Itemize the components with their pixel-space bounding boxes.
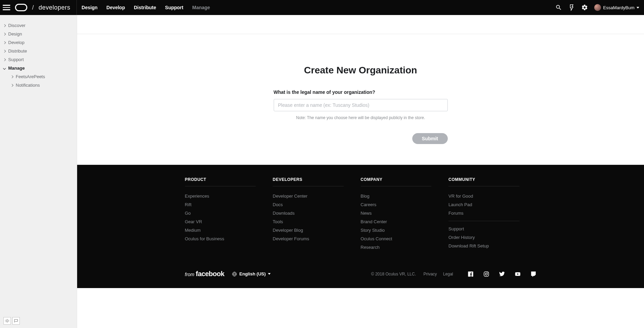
sidebar-item-develop[interactable]: Develop	[0, 38, 77, 47]
svg-point-3	[485, 273, 487, 275]
globe-icon	[232, 271, 237, 277]
footer: PRODUCT Experiences Rift Go Gear VR Medi…	[77, 165, 644, 288]
footer-link[interactable]: Story Studio	[361, 226, 449, 234]
org-name-input[interactable]	[274, 99, 448, 111]
footer-link[interactable]: Developer Forums	[273, 234, 361, 243]
facebook-icon[interactable]	[468, 271, 474, 277]
hamburger-menu-icon[interactable]	[2, 3, 10, 12]
footer-link[interactable]: Developer Center	[273, 192, 361, 200]
sidebar-subitem-org[interactable]: FeetsArePeets	[8, 72, 77, 81]
legal-link[interactable]: Legal	[443, 272, 453, 276]
footer-link[interactable]: Gear VR	[185, 217, 273, 226]
footer-link[interactable]: Developer Blog	[273, 226, 361, 234]
footer-col-title-product: PRODUCT	[185, 177, 256, 186]
search-icon[interactable]	[555, 4, 562, 11]
copyright: © 2018 Oculus VR, LLC.	[371, 272, 416, 276]
page-title: Create New Organization	[77, 65, 644, 76]
gear-icon[interactable]	[581, 4, 588, 11]
org-name-label: What is the legal name of your organizat…	[274, 89, 448, 95]
twitch-icon[interactable]	[530, 271, 536, 277]
chevron-right-icon	[3, 58, 6, 61]
footer-link[interactable]: Brand Center	[361, 217, 449, 226]
footer-link[interactable]: Rift	[185, 200, 273, 209]
sidebar: Discover Design Develop Distribute Suppo…	[0, 15, 77, 328]
instagram-icon[interactable]	[483, 271, 489, 277]
sidebar-item-design[interactable]: Design	[0, 30, 77, 38]
footer-col-title-developers: DEVELOPERS	[273, 177, 344, 186]
footer-link[interactable]: Research	[361, 243, 449, 252]
footer-link[interactable]: Download Rift Setup	[448, 242, 536, 250]
footer-link[interactable]: VR for Good	[448, 192, 536, 200]
nav-develop[interactable]: Develop	[106, 5, 125, 10]
bug-icon[interactable]	[3, 317, 11, 325]
sidebar-subitem-notifications[interactable]: Notifications	[8, 81, 77, 89]
footer-link[interactable]: Docs	[273, 200, 361, 209]
nav-distribute[interactable]: Distribute	[134, 5, 156, 10]
divider	[76, 0, 77, 15]
chevron-right-icon	[11, 75, 13, 78]
user-menu[interactable]: EssaMardyBum	[594, 4, 639, 11]
submit-button[interactable]: Submit	[412, 133, 447, 144]
nav-support[interactable]: Support	[165, 5, 184, 10]
sidebar-item-support[interactable]: Support	[0, 55, 77, 64]
footer-link[interactable]: Oculus for Business	[185, 234, 273, 243]
chevron-right-icon	[3, 49, 6, 52]
footer-link[interactable]: News	[361, 209, 449, 217]
footer-link[interactable]: Downloads	[273, 209, 361, 217]
chevron-right-icon	[3, 32, 6, 35]
chevron-right-icon	[11, 84, 13, 86]
footer-link[interactable]: Order History	[448, 233, 536, 242]
chevron-down-icon	[268, 273, 271, 275]
footer-link[interactable]: Forums	[448, 209, 536, 217]
brand-text[interactable]: developers	[39, 4, 70, 11]
avatar-icon	[594, 4, 601, 11]
footer-link[interactable]: Blog	[361, 192, 449, 200]
top-nav: Design Develop Distribute Support Manage	[82, 5, 210, 10]
footer-link[interactable]: Careers	[361, 200, 449, 209]
divider	[448, 221, 519, 221]
footer-link[interactable]: Tools	[273, 217, 361, 226]
footer-col-title-community: COMMUNITY	[448, 177, 519, 186]
sidebar-item-manage[interactable]: Manage	[0, 64, 77, 72]
org-name-note: Note: The name you choose here will be d…	[274, 115, 448, 120]
chevron-right-icon	[3, 41, 6, 44]
chevron-down-icon	[636, 7, 639, 9]
footer-link[interactable]: Support	[448, 225, 536, 233]
footer-col-title-company: COMPANY	[361, 177, 432, 186]
separator: /	[32, 4, 34, 11]
youtube-icon[interactable]	[515, 271, 521, 277]
oculus-logo-icon[interactable]	[15, 4, 27, 11]
nav-manage[interactable]: Manage	[192, 5, 210, 10]
sidebar-item-distribute[interactable]: Distribute	[0, 47, 77, 55]
privacy-link[interactable]: Privacy	[424, 272, 437, 276]
bolt-icon[interactable]	[568, 4, 575, 11]
footer-link[interactable]: Oculus Connect	[361, 234, 449, 243]
language-selector[interactable]: English (US)	[232, 271, 270, 277]
footer-link[interactable]: Go	[185, 209, 273, 217]
sidebar-item-discover[interactable]: Discover	[0, 21, 77, 30]
footer-link[interactable]: Experiences	[185, 192, 273, 200]
chat-icon[interactable]	[12, 317, 20, 325]
svg-point-0	[6, 320, 8, 322]
nav-design[interactable]: Design	[82, 5, 98, 10]
username: EssaMardyBum	[603, 5, 634, 10]
svg-point-4	[487, 272, 488, 273]
footer-link[interactable]: Launch Pad	[448, 200, 536, 209]
footer-link[interactable]: Medium	[185, 226, 273, 234]
twitter-icon[interactable]	[499, 271, 505, 277]
chevron-right-icon	[3, 24, 6, 27]
chevron-down-icon	[3, 67, 6, 69]
from-facebook: fromfacebook	[185, 270, 225, 278]
